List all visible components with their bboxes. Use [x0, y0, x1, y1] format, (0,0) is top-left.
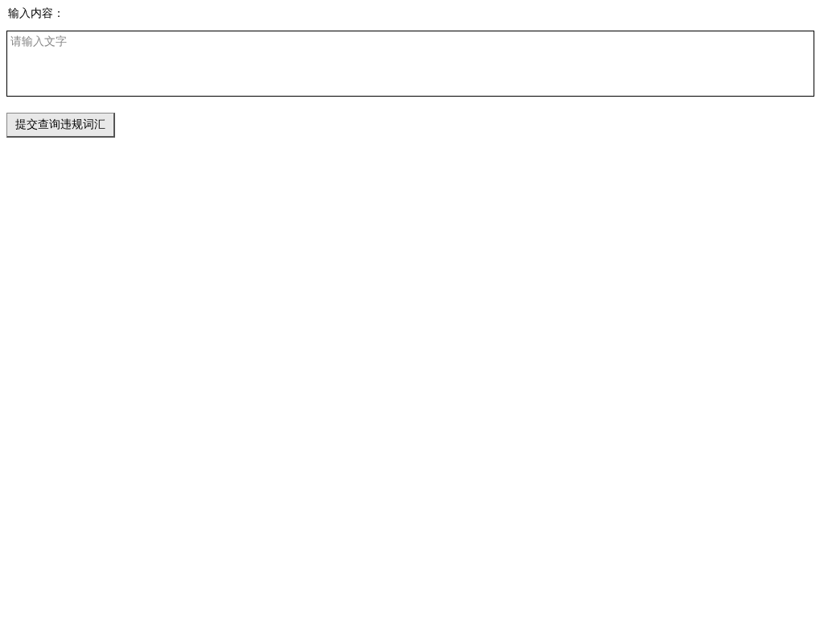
- input-label: 输入内容：: [6, 6, 818, 21]
- content-textarea[interactable]: [6, 31, 814, 97]
- submit-button[interactable]: 提交查询违规词汇: [6, 113, 115, 138]
